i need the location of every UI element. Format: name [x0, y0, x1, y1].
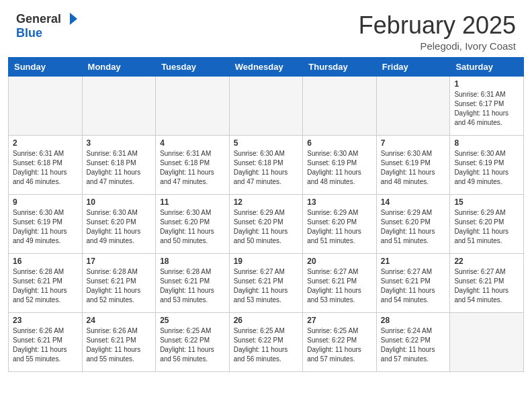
day-number: 12	[234, 197, 299, 207]
day-info: Sunrise: 6:31 AM Sunset: 6:17 PM Dayligh…	[454, 90, 519, 128]
day-number: 23	[13, 316, 78, 325]
calendar-day-21: 21Sunrise: 6:27 AM Sunset: 6:21 PM Dayli…	[376, 253, 450, 312]
title-block: February 2025 Pelegodi, Ivory Coast	[359, 12, 516, 52]
calendar-day-empty	[82, 76, 156, 135]
calendar-day-10: 10Sunrise: 6:30 AM Sunset: 6:20 PM Dayli…	[82, 194, 156, 253]
weekday-header-saturday: Saturday	[450, 57, 524, 76]
calendar-day-6: 6Sunrise: 6:30 AM Sunset: 6:19 PM Daylig…	[303, 135, 377, 194]
day-info: Sunrise: 6:29 AM Sunset: 6:20 PM Dayligh…	[234, 208, 299, 246]
logo-flag-icon	[62, 11, 77, 26]
logo: General Blue	[16, 12, 77, 40]
calendar-day-empty	[229, 76, 303, 135]
day-info: Sunrise: 6:31 AM Sunset: 6:18 PM Dayligh…	[160, 149, 225, 187]
day-info: Sunrise: 6:26 AM Sunset: 6:21 PM Dayligh…	[13, 326, 78, 364]
day-number: 3	[87, 138, 152, 148]
calendar-day-15: 15Sunrise: 6:29 AM Sunset: 6:20 PM Dayli…	[450, 194, 524, 253]
calendar-day-18: 18Sunrise: 6:28 AM Sunset: 6:21 PM Dayli…	[156, 253, 230, 312]
day-info: Sunrise: 6:27 AM Sunset: 6:21 PM Dayligh…	[381, 267, 446, 305]
calendar-day-3: 3Sunrise: 6:31 AM Sunset: 6:18 PM Daylig…	[82, 135, 156, 194]
day-number: 28	[381, 316, 446, 325]
day-info: Sunrise: 6:27 AM Sunset: 6:21 PM Dayligh…	[234, 267, 299, 305]
calendar-wrapper: SundayMondayTuesdayWednesdayThursdayFrid…	[0, 57, 532, 380]
calendar-week-row: 9Sunrise: 6:30 AM Sunset: 6:19 PM Daylig…	[9, 194, 524, 253]
svg-marker-0	[70, 13, 77, 25]
day-number: 6	[307, 138, 372, 148]
day-info: Sunrise: 6:29 AM Sunset: 6:20 PM Dayligh…	[454, 208, 519, 246]
calendar-day-16: 16Sunrise: 6:28 AM Sunset: 6:21 PM Dayli…	[9, 253, 83, 312]
calendar-day-2: 2Sunrise: 6:31 AM Sunset: 6:18 PM Daylig…	[9, 135, 83, 194]
calendar-day-12: 12Sunrise: 6:29 AM Sunset: 6:20 PM Dayli…	[229, 194, 303, 253]
calendar-day-17: 17Sunrise: 6:28 AM Sunset: 6:21 PM Dayli…	[82, 253, 156, 312]
calendar-day-empty	[450, 312, 524, 371]
day-info: Sunrise: 6:30 AM Sunset: 6:18 PM Dayligh…	[234, 149, 299, 187]
day-info: Sunrise: 6:29 AM Sunset: 6:20 PM Dayligh…	[307, 208, 372, 246]
day-number: 17	[87, 257, 152, 266]
calendar-day-8: 8Sunrise: 6:30 AM Sunset: 6:19 PM Daylig…	[450, 135, 524, 194]
day-info: Sunrise: 6:30 AM Sunset: 6:19 PM Dayligh…	[307, 149, 372, 187]
weekday-header-monday: Monday	[82, 57, 156, 76]
day-info: Sunrise: 6:25 AM Sunset: 6:22 PM Dayligh…	[160, 326, 225, 364]
day-number: 7	[381, 138, 446, 148]
weekday-header-sunday: Sunday	[9, 57, 83, 76]
weekday-header-friday: Friday	[376, 57, 450, 76]
day-number: 25	[160, 316, 225, 325]
day-info: Sunrise: 6:27 AM Sunset: 6:21 PM Dayligh…	[454, 267, 519, 305]
day-info: Sunrise: 6:24 AM Sunset: 6:22 PM Dayligh…	[381, 326, 446, 364]
calendar-header-row: SundayMondayTuesdayWednesdayThursdayFrid…	[9, 57, 524, 76]
calendar-day-9: 9Sunrise: 6:30 AM Sunset: 6:19 PM Daylig…	[9, 194, 83, 253]
calendar-day-19: 19Sunrise: 6:27 AM Sunset: 6:21 PM Dayli…	[229, 253, 303, 312]
day-info: Sunrise: 6:30 AM Sunset: 6:20 PM Dayligh…	[160, 208, 225, 246]
calendar-day-22: 22Sunrise: 6:27 AM Sunset: 6:21 PM Dayli…	[450, 253, 524, 312]
calendar-day-24: 24Sunrise: 6:26 AM Sunset: 6:21 PM Dayli…	[82, 312, 156, 371]
calendar-table: SundayMondayTuesdayWednesdayThursdayFrid…	[8, 57, 524, 372]
day-number: 1	[454, 79, 519, 89]
day-info: Sunrise: 6:26 AM Sunset: 6:21 PM Dayligh…	[87, 326, 152, 364]
weekday-header-tuesday: Tuesday	[156, 57, 230, 76]
day-info: Sunrise: 6:27 AM Sunset: 6:21 PM Dayligh…	[307, 267, 372, 305]
calendar-day-empty	[376, 76, 450, 135]
calendar-day-1: 1Sunrise: 6:31 AM Sunset: 6:17 PM Daylig…	[450, 76, 524, 135]
day-number: 11	[160, 197, 225, 207]
day-number: 5	[234, 138, 299, 148]
calendar-week-row: 16Sunrise: 6:28 AM Sunset: 6:21 PM Dayli…	[9, 253, 524, 312]
location: Pelegodi, Ivory Coast	[359, 40, 516, 52]
day-number: 13	[307, 197, 372, 207]
day-info: Sunrise: 6:30 AM Sunset: 6:20 PM Dayligh…	[87, 208, 152, 246]
day-info: Sunrise: 6:25 AM Sunset: 6:22 PM Dayligh…	[234, 326, 299, 364]
calendar-day-empty	[303, 76, 377, 135]
calendar-day-20: 20Sunrise: 6:27 AM Sunset: 6:21 PM Dayli…	[303, 253, 377, 312]
day-number: 22	[454, 257, 519, 266]
day-number: 18	[160, 257, 225, 266]
day-info: Sunrise: 6:28 AM Sunset: 6:21 PM Dayligh…	[87, 267, 152, 305]
calendar-day-empty	[9, 76, 83, 135]
day-number: 20	[307, 257, 372, 266]
day-number: 24	[87, 316, 152, 325]
day-info: Sunrise: 6:30 AM Sunset: 6:19 PM Dayligh…	[381, 149, 446, 187]
calendar-day-28: 28Sunrise: 6:24 AM Sunset: 6:22 PM Dayli…	[376, 312, 450, 371]
day-info: Sunrise: 6:30 AM Sunset: 6:19 PM Dayligh…	[13, 208, 78, 246]
page: General Blue February 2025 Pelegodi, Ivo…	[0, 0, 532, 411]
day-info: Sunrise: 6:28 AM Sunset: 6:21 PM Dayligh…	[160, 267, 225, 305]
day-number: 9	[13, 197, 78, 207]
calendar-day-7: 7Sunrise: 6:30 AM Sunset: 6:19 PM Daylig…	[376, 135, 450, 194]
day-number: 2	[13, 138, 78, 148]
day-number: 21	[381, 257, 446, 266]
calendar-day-11: 11Sunrise: 6:30 AM Sunset: 6:20 PM Dayli…	[156, 194, 230, 253]
calendar-week-row: 1Sunrise: 6:31 AM Sunset: 6:17 PM Daylig…	[9, 76, 524, 135]
logo-general-text: General	[16, 12, 61, 26]
day-number: 10	[87, 197, 152, 207]
day-info: Sunrise: 6:25 AM Sunset: 6:22 PM Dayligh…	[307, 326, 372, 364]
weekday-header-wednesday: Wednesday	[229, 57, 303, 76]
day-info: Sunrise: 6:31 AM Sunset: 6:18 PM Dayligh…	[87, 149, 152, 187]
calendar-day-5: 5Sunrise: 6:30 AM Sunset: 6:18 PM Daylig…	[229, 135, 303, 194]
day-number: 14	[381, 197, 446, 207]
day-info: Sunrise: 6:28 AM Sunset: 6:21 PM Dayligh…	[13, 267, 78, 305]
day-number: 26	[234, 316, 299, 325]
header: General Blue February 2025 Pelegodi, Ivo…	[0, 0, 532, 57]
calendar-week-row: 23Sunrise: 6:26 AM Sunset: 6:21 PM Dayli…	[9, 312, 524, 371]
calendar-week-row: 2Sunrise: 6:31 AM Sunset: 6:18 PM Daylig…	[9, 135, 524, 194]
day-info: Sunrise: 6:29 AM Sunset: 6:20 PM Dayligh…	[381, 208, 446, 246]
calendar-day-27: 27Sunrise: 6:25 AM Sunset: 6:22 PM Dayli…	[303, 312, 377, 371]
day-number: 8	[454, 138, 519, 148]
day-number: 27	[307, 316, 372, 325]
